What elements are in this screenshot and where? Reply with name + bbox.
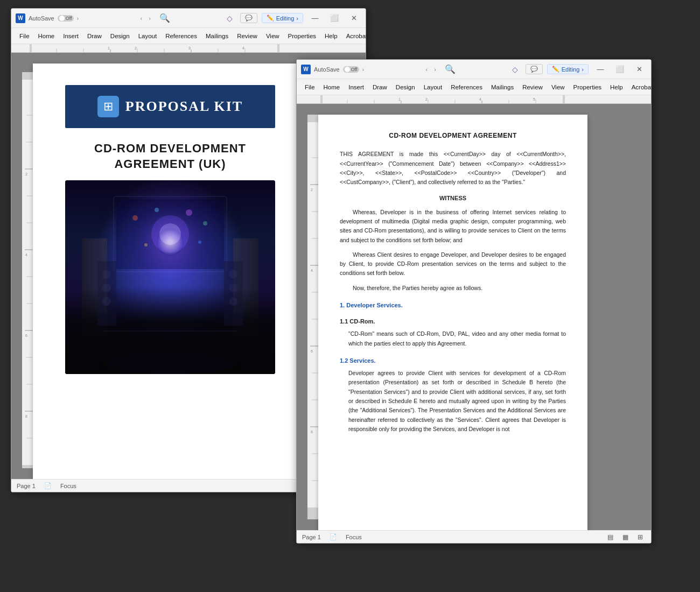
svg-point-51	[186, 209, 192, 216]
maximize-btn-front[interactable]: ⬜	[612, 63, 627, 76]
document-body[interactable]: THIS AGREEMENT is made this <<CurrentDay…	[340, 150, 566, 434]
menu-review-front[interactable]: Review	[519, 82, 547, 92]
focus-label-back[interactable]: Focus	[60, 483, 76, 489]
svg-text:8: 8	[25, 414, 27, 418]
svg-text:3: 3	[188, 46, 191, 50]
minimize-btn-back[interactable]: —	[307, 12, 323, 25]
svg-rect-55	[299, 95, 649, 104]
svg-point-43	[102, 270, 111, 279]
search-icon-back[interactable]: 🔍	[157, 13, 172, 24]
menu-file-front[interactable]: File	[301, 82, 319, 92]
proposal-kit-logo	[97, 96, 119, 117]
page-indicator-front: Page 1	[302, 534, 321, 540]
svg-text:1: 1	[108, 46, 110, 50]
menu-draw-back[interactable]: Draw	[83, 31, 106, 41]
title-bar-left-front: W AutoSave Off ›	[301, 65, 372, 74]
menu-insert-front[interactable]: Insert	[345, 82, 368, 92]
svg-text:4: 4	[25, 253, 27, 257]
svg-point-38	[159, 223, 181, 245]
menu-properties-back[interactable]: Properties	[284, 31, 320, 41]
svg-text:2: 2	[311, 188, 313, 192]
section1-heading: 1. Developer Services.	[340, 300, 566, 310]
comment-icon-back: 💬	[245, 15, 253, 22]
editing-chevron-back: ›	[296, 15, 298, 22]
cover-image	[65, 180, 275, 374]
svg-point-40	[106, 353, 235, 374]
menu-acrobat-front[interactable]: Acrobat	[628, 82, 657, 92]
word-icon-back: W	[16, 13, 25, 23]
nav-back-btn-front[interactable]: ‹	[425, 66, 428, 73]
title-bar-left-back: W AutoSave Off ›	[16, 13, 86, 23]
view-btn-2-front[interactable]: ▦	[620, 533, 631, 541]
editing-chevron-front: ›	[582, 66, 584, 73]
v-ruler-svg-back: 2 4 6 8	[22, 72, 33, 468]
menu-references-back[interactable]: References	[162, 31, 201, 41]
nav-fwd-btn-front[interactable]: ›	[434, 66, 436, 73]
view-btn-1-front[interactable]: ▤	[605, 533, 615, 541]
designer-icon-front[interactable]: ◇	[512, 65, 518, 74]
nav-fwd-btn[interactable]: ›	[149, 15, 151, 22]
comment-btn-front[interactable]: 💬	[526, 64, 543, 74]
editing-btn-back[interactable]: ✏️ Editing ›	[262, 13, 303, 23]
menu-home-back[interactable]: Home	[34, 31, 59, 41]
menu-insert-back[interactable]: Insert	[59, 31, 82, 41]
comment-btn-back[interactable]: 💬	[240, 13, 257, 23]
focus-label-front[interactable]: Focus	[346, 534, 362, 540]
title-bar-right-back: ◇ 💬 ✏️ Editing › — ⬜ ✕	[227, 12, 361, 25]
menu-draw-front[interactable]: Draw	[369, 82, 391, 92]
menu-file-back[interactable]: File	[16, 31, 33, 41]
menu-home-front[interactable]: Home	[320, 82, 344, 92]
svg-rect-72	[307, 508, 318, 519]
svg-rect-71	[307, 115, 318, 122]
search-icon-front[interactable]: 🔍	[443, 64, 458, 75]
title-bar-center-back: ‹ › 🔍	[86, 13, 227, 24]
menu-acrobat-back[interactable]: Acrobat	[342, 31, 372, 41]
menu-view-front[interactable]: View	[548, 82, 569, 92]
autosave-toggle-back[interactable]: Off	[58, 15, 74, 22]
cover-page: PROPOSAL KIT CD-ROM DEVELOPMENT AGREEMEN…	[33, 64, 302, 479]
svg-text:5: 5	[533, 97, 535, 101]
menu-design-front[interactable]: Design	[392, 82, 419, 92]
menu-help-back[interactable]: Help	[321, 31, 341, 41]
view-btn-3-front[interactable]: ⊞	[635, 533, 646, 541]
section1-2-body: Developer agrees to provide Client with …	[340, 369, 566, 434]
ruler-front: 1 2 4 5	[297, 95, 651, 104]
svg-text:2: 2	[135, 46, 137, 50]
menu-layout-back[interactable]: Layout	[135, 31, 161, 41]
menu-layout-front[interactable]: Layout	[420, 82, 446, 92]
cover-image-inner	[65, 180, 275, 374]
menu-mailings-front[interactable]: Mailings	[487, 82, 517, 92]
close-btn-back[interactable]: ✕	[346, 12, 361, 25]
menu-references-front[interactable]: References	[447, 82, 486, 92]
vertical-ruler-back: 2 4 6 8	[22, 64, 33, 468]
maximize-btn-back[interactable]: ⬜	[327, 12, 342, 25]
toggle-state-back: Off	[66, 16, 72, 21]
title-chevron-back[interactable]: ›	[77, 15, 79, 22]
close-btn-front[interactable]: ✕	[632, 63, 647, 76]
autosave-toggle-front[interactable]: Off	[343, 66, 359, 73]
nav-back-btn[interactable]: ‹	[140, 15, 142, 22]
witness-paragraph1: Whereas, Developer is in the business of…	[340, 208, 566, 245]
content-page[interactable]: CD-ROM DEVELOPMENT AGREEMENT THIS AGREEM…	[318, 115, 587, 530]
menu-view-back[interactable]: View	[262, 31, 283, 41]
menu-design-back[interactable]: Design	[107, 31, 134, 41]
title-chevron-front[interactable]: ›	[362, 66, 365, 73]
ruler-content-back: 1 3 4 2	[13, 44, 363, 52]
menu-properties-front[interactable]: Properties	[570, 82, 605, 92]
svg-text:8: 8	[311, 430, 313, 434]
menu-mailings-back[interactable]: Mailings	[202, 31, 232, 41]
cover-title-line1: CD-ROM DEVELOPMENT	[65, 141, 275, 157]
svg-rect-16	[22, 72, 33, 80]
designer-icon-back[interactable]: ◇	[227, 14, 233, 23]
menu-review-back[interactable]: Review	[233, 31, 261, 41]
section1-1-body: "CD-Rom" means such of CD-Rom, DVD, PAL,…	[340, 329, 566, 348]
focus-icon-back: 📄	[44, 482, 52, 489]
cover-document-title: CD-ROM DEVELOPMENT AGREEMENT (UK)	[65, 141, 275, 172]
editing-btn-front[interactable]: ✏️ Editing ›	[547, 64, 589, 74]
svg-point-46	[229, 270, 237, 279]
ruler-svg-back: 1 3 4 2	[13, 44, 363, 53]
minimize-btn-front[interactable]: —	[593, 63, 608, 76]
svg-point-54	[198, 241, 201, 244]
svg-rect-1	[30, 44, 32, 53]
menu-help-front[interactable]: Help	[606, 82, 627, 92]
